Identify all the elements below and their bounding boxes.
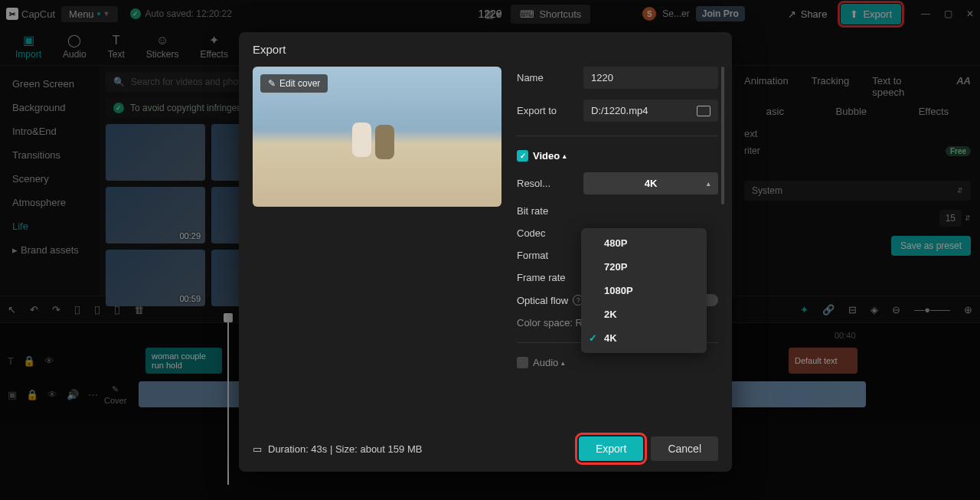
resolution-label: Resol... (517, 178, 574, 189)
scrollbar[interactable] (721, 67, 724, 204)
dialog-footer: ▭ Duration: 43s | Size: about 159 MB Exp… (239, 426, 732, 472)
dropdown-option-4k[interactable]: 4K (581, 326, 707, 350)
video-section-header[interactable]: ✓ Video ▴ (517, 150, 718, 162)
dropdown-option-720p[interactable]: 720P (581, 255, 707, 279)
dialog-title: Export (239, 32, 732, 67)
edit-cover-button[interactable]: ✎ Edit cover (260, 74, 328, 93)
cancel-button[interactable]: Cancel (651, 436, 718, 461)
name-label: Name (517, 72, 574, 83)
resolution-select[interactable]: 4K ▴ (583, 172, 718, 194)
cover-preview: ✎ Edit cover (253, 67, 501, 207)
export-dialog: Export ✎ Edit cover Name 1220 Export to … (239, 32, 732, 472)
bitrate-label: Bit rate (517, 205, 574, 217)
dropdown-option-480p[interactable]: 480P (581, 231, 707, 255)
dropdown-option-1080p[interactable]: 1080P (581, 279, 707, 302)
caret-up-icon: ▴ (561, 359, 565, 367)
chevron-up-icon: ▴ (707, 180, 710, 188)
film-icon: ▭ (253, 443, 262, 455)
codec-label: Codec (517, 227, 574, 239)
audio-section-header[interactable]: Audio ▴ (517, 357, 718, 368)
name-input[interactable]: 1220 (583, 67, 718, 89)
export-confirm-button[interactable]: Export (579, 436, 643, 461)
opticalflow-label: Optical flow (517, 295, 568, 306)
format-label: Format (517, 250, 574, 261)
exportto-label: Export to (517, 105, 574, 116)
checkbox-checked-icon[interactable]: ✓ (517, 150, 528, 162)
duration-info: ▭ Duration: 43s | Size: about 159 MB (253, 443, 571, 455)
folder-icon[interactable] (697, 106, 710, 116)
checkbox-unchecked-icon[interactable] (517, 357, 528, 368)
dropdown-option-2k[interactable]: 2K (581, 302, 707, 326)
exportto-input[interactable]: D:/1220.mp4 (583, 100, 718, 122)
caret-up-icon: ▴ (563, 152, 567, 160)
pencil-icon: ✎ (268, 78, 276, 89)
framerate-label: Frame rate (517, 272, 574, 283)
resolution-dropdown: 480P 720P 1080P 2K 4K (581, 228, 707, 353)
